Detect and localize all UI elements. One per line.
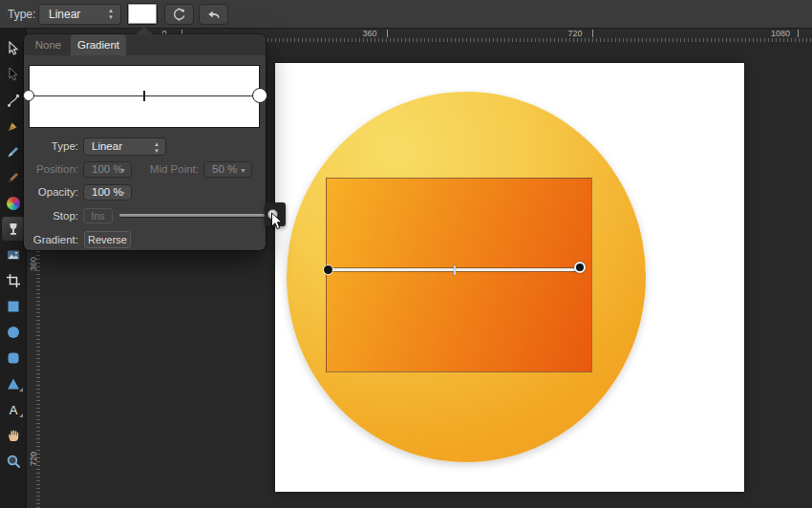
hand-tool-icon[interactable] — [0, 422, 27, 448]
gradient-stop-start-handle[interactable] — [23, 90, 34, 101]
submenu-arrow-icon — [19, 413, 23, 417]
panel-type-dropdown[interactable]: Linear ▲▼ — [83, 138, 166, 156]
tab-none[interactable]: None — [26, 34, 71, 55]
midpoint-label: Mid Point: — [139, 163, 199, 175]
revert-button[interactable] — [199, 4, 228, 25]
chevron-updown-icon: ▲▼ — [154, 141, 160, 155]
gradient-label: Gradient: — [24, 234, 78, 245]
reverse-gradient-button[interactable]: Reverse — [84, 231, 131, 248]
pencil-tool-icon[interactable] — [0, 164, 27, 190]
svg-text:A: A — [10, 402, 18, 416]
gradient-color-swatch[interactable] — [127, 3, 158, 25]
position-value: 100 % — [92, 163, 123, 175]
panel-type-label: Type: — [24, 140, 78, 152]
ellipse-shape-tool-icon[interactable] — [0, 319, 27, 345]
midpoint-value: 50 % — [212, 163, 237, 175]
gradient-editor-popover: None Gradient Type: Linear ▲▼ Position: … — [24, 34, 266, 250]
crop-tool-icon[interactable] — [0, 267, 27, 293]
ruler-major-tick — [387, 30, 388, 37]
type-label: Type: — [8, 0, 35, 29]
submenu-arrow-icon — [19, 388, 23, 392]
gradient-midpoint-handle[interactable] — [454, 265, 456, 275]
stop-position-slider[interactable] — [119, 214, 265, 217]
app-window: 0 360 720 1080 360 720 Type: Linear ▲▼ — [0, 0, 812, 508]
gradient-stop-end-handle[interactable] — [252, 88, 267, 103]
gradient-strip-midpoint-handle[interactable] — [143, 91, 145, 101]
undo-arrow-icon — [206, 8, 222, 21]
gradient-end-handle[interactable] — [574, 262, 586, 273]
ruler-label: 360 — [29, 258, 38, 271]
insert-stop-button[interactable]: Ins — [83, 208, 113, 223]
triangle-shape-tool-icon[interactable] — [0, 370, 27, 396]
options-bar: Type: Linear ▲▼ — [0, 0, 812, 29]
fill-tabs: None Gradient — [24, 34, 266, 55]
gradient-preview-strip[interactable] — [29, 65, 260, 128]
stop-label: Stop: — [24, 210, 78, 222]
opacity-dropdown[interactable]: 100 % ▼ — [83, 184, 132, 201]
gradient-fill-tool-icon[interactable] — [0, 216, 27, 242]
chevron-down-icon: ▼ — [119, 163, 126, 178]
mouse-cursor — [270, 212, 285, 231]
ruler-label: 360 — [362, 29, 376, 38]
zoom-tool-icon[interactable] — [0, 448, 27, 474]
image-tool-icon[interactable] — [0, 242, 27, 267]
ruler-label: 720 — [567, 29, 582, 38]
gradient-start-handle[interactable] — [324, 265, 332, 274]
opacity-value: 100 % — [92, 186, 123, 198]
midpoint-dropdown[interactable]: 50 % ▼ — [203, 161, 252, 178]
tools-sidebar: A — [0, 29, 27, 508]
position-label: Position: — [24, 163, 78, 175]
rotate-icon — [171, 7, 187, 22]
rectangle-shape-tool-icon[interactable] — [0, 293, 27, 319]
node-pen-tool-icon[interactable] — [0, 87, 27, 113]
color-wheel-tool-icon[interactable] — [0, 190, 27, 216]
ruler-major-tick — [592, 30, 593, 37]
ruler-label: 720 — [29, 453, 38, 466]
brush-tool-icon[interactable] — [0, 138, 27, 164]
popover-arrow — [136, 27, 153, 34]
tab-gradient[interactable]: Gradient — [71, 34, 126, 55]
panel-type-value: Linear — [92, 140, 122, 152]
rotate-gradient-button[interactable] — [164, 4, 194, 25]
gradient-type-dropdown[interactable]: Linear ▲▼ — [38, 4, 121, 25]
text-tool-icon[interactable]: A — [0, 396, 27, 422]
ruler-label: 1080 — [771, 29, 790, 38]
chevron-updown-icon: ▲▼ — [108, 8, 114, 21]
chevron-down-icon: ▼ — [240, 163, 246, 178]
pen-tool-icon[interactable] — [0, 113, 27, 138]
gradient-annotation-line — [323, 262, 590, 279]
direct-select-tool-icon[interactable] — [0, 61, 27, 87]
chevron-down-icon: ▼ — [119, 186, 126, 201]
ruler-major-tick — [798, 30, 799, 37]
opacity-label: Opacity: — [24, 186, 78, 198]
move-tool-icon[interactable] — [0, 35, 27, 61]
gradient-type-value: Linear — [49, 8, 80, 21]
rounded-rectangle-shape-tool-icon[interactable] — [0, 345, 27, 370]
position-dropdown[interactable]: 100 % ▼ — [83, 161, 132, 178]
